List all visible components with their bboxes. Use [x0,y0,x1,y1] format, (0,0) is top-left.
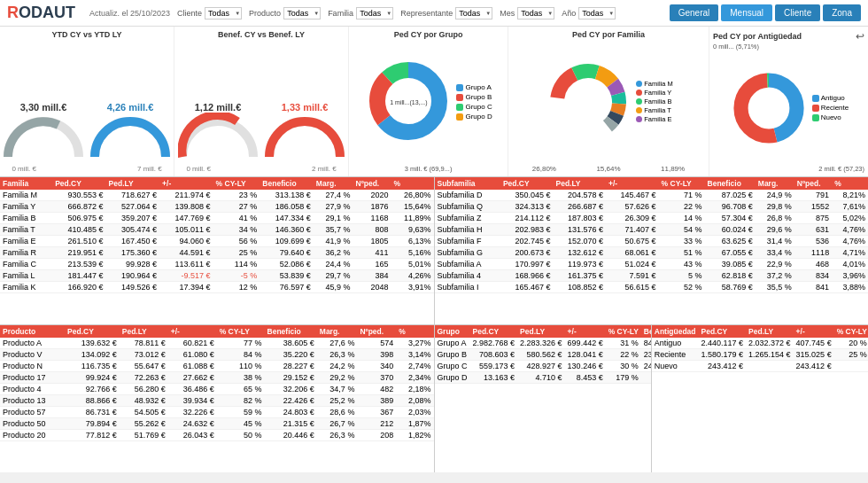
mensual-button[interactable]: Mensual [721,4,772,21]
table-row: Familia C213.539 €99.928 €113.611 €114 %… [0,259,434,270]
table-cell-5-0: Familia R [0,247,52,259]
antiguedad-subtitle1: 0 mill... (5,71%) [713,43,864,51]
table-row: Producto 1388.866 €48.932 €39.934 €82 %2… [0,395,434,407]
table-cell-6-7: 165 [353,259,391,270]
table-cell-5-6: 33,4 % [756,247,794,259]
familia-chart-title: Ped CY por Familia [512,30,705,39]
table-cell-6-3: 51.024 € [606,259,659,270]
table-cell-1-3: 315.025 € [794,349,834,361]
table-cell-7-6: 29,7 % [314,270,353,282]
table-cell-5-0: Subfamilia G [435,247,500,259]
table-cell-3-2: 305.474 € [106,224,159,236]
table-cell-2-1: 506.975 € [52,213,105,224]
prod-col-pct: % [396,325,433,338]
table-cell-7-3: -9.517 € [159,270,213,282]
general-button[interactable]: General [670,4,719,21]
table-cell-0-1: 2.440.117 € [699,338,747,349]
table-cell-4-1: 261.510 € [52,236,105,247]
table-cell-6-4: 114 % [213,259,260,270]
table-cell-0-2: 2.032.372 € [746,338,794,349]
producto-table: Producto Ped.CY Ped.LY +/- % CY-LY Benef… [0,325,434,441]
table-cell-8-8: 3,91% [391,282,433,293]
table-cell-2-5: 242.381 € [641,361,652,372]
grupo-legend-c: Grupo C [465,103,492,111]
table-cell-1-5: 96.708 € [705,201,756,213]
table-cell-5-6: 25,2 % [317,395,358,407]
table-cell-0-7: 791 [794,190,832,201]
table-cell-2-7: 340 [357,361,396,372]
table-row: Familia B506.975 €359.207 €147.769 €41 %… [0,213,434,224]
back-icon[interactable]: ↩ [856,30,864,43]
table-cell-6-1: 86.731 € [65,407,120,418]
table-row: Producto 5079.894 €55.262 €24.632 €45 %2… [0,418,434,430]
prod-col-nped: Nºped. [357,325,396,338]
table-cell-4-1: 92.766 € [65,384,120,395]
table-cell-1-2: 266.687 € [553,201,606,213]
ano-filter-wrapper[interactable]: Todas [578,7,616,19]
table-cell-5-8: 2,08% [396,395,433,407]
representante-select[interactable]: Todas [455,7,492,19]
representante-filter-wrapper[interactable]: Todas [455,7,492,19]
table-cell-1-4: 25 % [834,349,868,361]
table-cell-1-6: 29,8 % [756,201,794,213]
table-cell-7-8: 3,96% [832,270,868,282]
table-row: Producto 492.766 €56.280 €36.486 €65 %32… [0,384,434,395]
table-cell-5-2: 48.932 € [120,395,168,407]
table-cell-2-0: Producto N [0,361,65,372]
table-cell-1-3: 57.626 € [606,201,659,213]
table-cell-2-8: 11,89% [391,213,433,224]
benef-chart-section: Benef. CY vs Benef. LY 1,12 mill.€ 1,33 … [174,27,349,176]
benef-range: 0 mill. € 2 mill. € [186,165,336,173]
table-cell-0-6: 24,9 % [756,190,794,201]
table-cell-0-3: 211.974 € [159,190,213,201]
table-cell-6-5: 24.803 € [265,407,317,418]
mes-filter-wrapper[interactable]: Todas [517,7,554,19]
grupo-col-beneficio: Beneficio [641,325,652,338]
table-cell-5-6: 36,2 % [314,247,353,259]
table-cell-3-4: 34 % [213,224,260,236]
representante-filter-group: Representante Todas [400,7,492,19]
antiguedad-subtitle2: 2 mill. € (57,23) [713,165,864,173]
sub-col-pct-cyly: % CY-LY [659,177,705,190]
table-cell-0-1: 139.632 € [65,338,120,349]
mes-select[interactable]: Todas [517,7,554,19]
zona-button[interactable]: Zona [823,4,861,21]
table-cell-8-3: 17.394 € [159,282,213,293]
table-cell-7-1: 168.966 € [500,270,554,282]
table-cell-3-4: 179 % [606,372,641,384]
familia-select[interactable]: Todas [356,7,393,19]
tables-area: Familia Ped.CY Ped.LY +/- % CY-LY Benefi… [0,177,868,472]
table-cell-0-8: 3,27% [396,338,433,349]
table-cell-1-7: 398 [357,349,396,361]
producto-select[interactable]: Todas [283,7,321,19]
cliente-select[interactable]: Todas [205,7,242,19]
table-cell-0-6: 27,4 % [314,190,353,201]
table-cell-3-3: 71.407 € [606,224,659,236]
table-cell-5-1: 200.673 € [500,247,554,259]
table-cell-1-1: 324.313 € [500,201,554,213]
table-cell-1-2: 1.265.154 € [746,349,794,361]
table-cell-3-0: Grupo D [435,372,470,384]
ytd-title: YTD CY vs YTD LY [52,30,122,39]
ytd-range-min: 0 mill. € [12,165,36,173]
table-cell-1-0: Producto V [0,349,65,361]
table-cell-3-3: 105.011 € [159,224,213,236]
table-cell-8-0: Familia K [0,282,52,293]
cliente-button[interactable]: Cliente [775,4,820,21]
table-cell-6-3: 32.226 € [168,407,217,418]
producto-filter-wrapper[interactable]: Todas [283,7,321,19]
bottom-right-tables: Grupo Ped.CY Ped.LY +/- % CY-LY Benefici… [435,325,869,472]
cliente-filter-wrapper[interactable]: Todas [205,7,242,19]
table-cell-6-2: 99.928 € [106,259,159,270]
familia-filter-wrapper[interactable]: Todas [356,7,393,19]
table-cell-0-6: 27,6 % [317,338,358,349]
table-cell-3-8: 4,76% [832,224,868,236]
table-cell-0-4: 23 % [213,190,260,201]
table-cell-6-0: Producto 57 [0,407,65,418]
antiguedad-chart-section: Ped CY por Antigüedad ↩ 0 mill... (5,71%… [709,27,868,176]
ytd-ly-value: 3,30 mill.€ [20,102,67,113]
table-cell-1-8: 3,14% [396,349,433,361]
ano-select[interactable]: Todas [578,7,616,19]
table-cell-0-0: Subfamilia D [435,190,500,201]
grupo-col-pedcy: Ped.CY [470,325,518,338]
